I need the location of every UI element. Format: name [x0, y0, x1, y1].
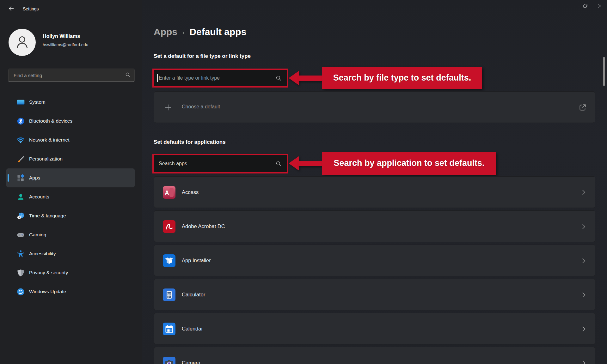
search-icon[interactable] — [276, 161, 282, 167]
annotation-arrow-head — [289, 156, 299, 171]
annotation-text: Search by file type to set defaults. — [333, 73, 471, 83]
paintbrush-icon — [16, 155, 25, 163]
close-icon — [598, 3, 602, 9]
annotation-arrow-shaft — [298, 76, 324, 81]
restore-icon — [583, 3, 587, 9]
sidebar-nav: System Bluetooth & devices Network & int… — [6, 93, 135, 301]
plus-icon — [164, 103, 172, 113]
app-name: App Installer — [182, 258, 211, 264]
sidebar-item-label: System — [29, 99, 46, 105]
page-title: Default apps — [189, 27, 246, 37]
person-icon — [13, 33, 31, 52]
sidebar-item-label: Personalization — [29, 156, 63, 162]
sidebar-item-time-language[interactable]: Time & language — [6, 206, 135, 225]
selected-pill — [8, 174, 9, 182]
breadcrumb-apps-link[interactable]: Apps — [154, 27, 177, 37]
sidebar-item-label: Accounts — [29, 194, 49, 200]
sidebar-item-gaming[interactable]: Gaming — [6, 225, 135, 244]
minimize-button[interactable] — [563, 0, 578, 13]
text-caret — [157, 74, 158, 82]
back-button[interactable] — [5, 4, 18, 14]
breadcrumb: Apps › Default apps — [154, 27, 246, 37]
sidebar-item-privacy-security[interactable]: Privacy & security — [6, 263, 135, 282]
sidebar-item-label: Time & language — [29, 213, 66, 219]
choose-a-default-label: Choose a default — [182, 104, 220, 110]
app-name: Camera — [182, 360, 200, 364]
annotation-text: Search by application to set defaults. — [334, 158, 484, 168]
sidebar-item-label: Apps — [29, 175, 40, 181]
app-row-adobe-acrobat[interactable]: Adobe Acrobat DC — [154, 210, 595, 242]
apps-section-heading: Set defaults for applications — [154, 139, 226, 145]
sidebar-item-accessibility[interactable]: Accessibility — [6, 244, 135, 263]
open-in-new-window-icon[interactable] — [579, 103, 587, 113]
app-row-access[interactable]: A Access — [154, 176, 595, 208]
user-email: hswilliams@radford.edu — [43, 42, 88, 47]
app-name: Access — [182, 189, 199, 195]
annotation-application: Search by application to set defaults. — [322, 152, 496, 175]
apps-icon — [16, 173, 25, 182]
sidebar-item-accounts[interactable]: Accounts — [6, 187, 135, 206]
globe-clock-icon — [16, 211, 25, 220]
settings-window: Settings Hollyn Williams hswilliams@radf… — [0, 0, 607, 364]
find-a-setting-box[interactable] — [8, 69, 135, 82]
window-title: Settings — [23, 6, 39, 11]
find-a-setting-input[interactable] — [13, 72, 125, 78]
calculator-app-icon — [163, 288, 175, 301]
app-row-calculator[interactable]: Calculator — [154, 279, 595, 310]
search-icon[interactable] — [276, 75, 282, 81]
choose-a-default-card[interactable]: Choose a default — [154, 91, 595, 123]
app-name: Calendar — [182, 326, 203, 332]
chevron-right-icon — [582, 258, 586, 265]
sidebar-item-bluetooth-devices[interactable]: Bluetooth & devices — [6, 112, 135, 130]
chevron-right-icon — [582, 360, 586, 364]
bluetooth-icon — [16, 117, 25, 125]
system-icon — [16, 98, 25, 106]
file-type-section-heading: Set a default for a file type or link ty… — [154, 53, 251, 59]
title-bar: Settings — [0, 0, 607, 18]
wifi-icon — [16, 136, 25, 144]
sidebar-item-label: Accessibility — [29, 251, 56, 257]
gamepad-icon — [16, 230, 25, 239]
close-button[interactable] — [592, 0, 607, 13]
accounts-person-icon — [16, 192, 25, 201]
chevron-right-icon — [582, 224, 586, 231]
annotation-file-type: Search by file type to set defaults. — [322, 67, 482, 89]
app-name: Adobe Acrobat DC — [182, 223, 225, 229]
chevron-right-icon — [582, 190, 586, 197]
app-installer-app-icon — [163, 254, 175, 267]
access-app-icon: A — [163, 186, 175, 199]
camera-app-icon — [163, 357, 175, 364]
update-arrows-icon — [16, 287, 25, 296]
file-type-search-box[interactable] — [152, 69, 288, 88]
minimize-icon — [569, 3, 573, 9]
avatar[interactable] — [9, 29, 36, 56]
sidebar-item-network-internet[interactable]: Network & internet — [6, 130, 135, 149]
sidebar-item-label: Windows Update — [29, 289, 66, 294]
search-icon — [125, 72, 131, 79]
chevron-right-icon — [582, 292, 586, 299]
shield-icon — [16, 268, 25, 277]
search-apps-input[interactable] — [154, 161, 276, 167]
sidebar-item-windows-update[interactable]: Windows Update — [6, 282, 135, 301]
app-row-camera[interactable]: Camera — [154, 347, 595, 364]
acrobat-app-icon — [163, 220, 175, 233]
app-name: Calculator — [182, 292, 205, 298]
vertical-scrollbar[interactable] — [603, 57, 605, 86]
app-row-app-installer[interactable]: App Installer — [154, 245, 595, 276]
sidebar-item-label: Gaming — [29, 232, 46, 238]
breadcrumb-chevron-icon: › — [182, 29, 184, 36]
annotation-arrow-head — [289, 71, 299, 85]
sidebar-item-personalization[interactable]: Personalization — [6, 149, 135, 168]
app-row-calendar[interactable]: Calendar — [154, 313, 595, 344]
calendar-app-icon — [163, 323, 175, 335]
svg-text:A: A — [165, 190, 169, 196]
back-arrow-icon — [8, 5, 15, 13]
user-name: Hollyn Williams — [43, 33, 80, 39]
search-apps-box[interactable] — [152, 154, 288, 173]
sidebar-item-label: Bluetooth & devices — [29, 118, 72, 124]
sidebar-item-label: Privacy & security — [29, 270, 68, 276]
sidebar-item-apps[interactable]: Apps — [6, 168, 135, 187]
file-type-search-input[interactable] — [154, 75, 276, 81]
maximize-restore-button[interactable] — [578, 0, 592, 13]
sidebar-item-system[interactable]: System — [6, 93, 135, 112]
